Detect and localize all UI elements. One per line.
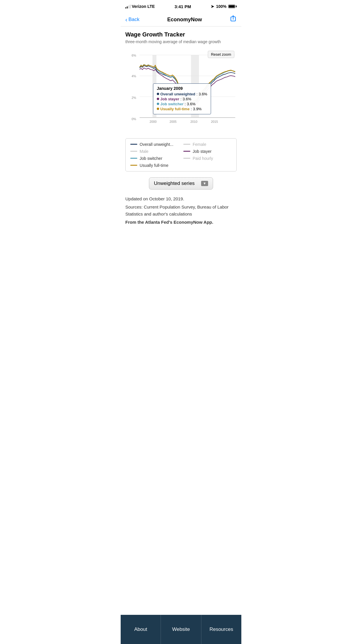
svg-text:2005: 2005: [170, 120, 177, 123]
battery-percentage: 100%: [216, 4, 226, 9]
legend-item-job-switcher[interactable]: Job switcher: [130, 156, 179, 161]
legend-line-paid-hourly: [183, 158, 190, 159]
tooltip-row-stayer: Job stayer: 3.6%: [157, 97, 207, 101]
switcher-value: 3.6%: [187, 102, 196, 106]
dropdown-label: Unweighted series: [154, 181, 195, 186]
signal-bar-2: [127, 6, 128, 8]
legend-line-job-switcher: [130, 158, 137, 159]
fulltime-value: 3.9%: [193, 107, 202, 111]
fulltime-dot: [157, 108, 159, 110]
tooltip-row-switcher: Job switcher: 3.6%: [157, 102, 207, 106]
legend-label-female: Female: [193, 142, 206, 147]
signal-bars: [125, 4, 131, 8]
legend-item-male[interactable]: Male: [130, 149, 179, 154]
chart-subtitle: three-month moving average of median wag…: [125, 39, 237, 45]
legend-item-usually-fulltime[interactable]: Usually full-time: [130, 163, 179, 168]
chart-container: Reset zoom 6% 4% 2% 0% 2000 2005 2010 20…: [125, 48, 237, 136]
legend-label-paid-hourly: Paid hourly: [193, 156, 213, 161]
bottom-spacer: [125, 227, 237, 259]
chart-tooltip: January 2009 Overall unweighted: 3.6% Jo…: [153, 83, 211, 114]
svg-text:4%: 4%: [132, 74, 136, 78]
page-title: EconomyNow: [167, 17, 202, 23]
nav-bar: ‹ Back EconomyNow: [121, 13, 241, 27]
legend-line-overall: [130, 144, 137, 145]
legend-item-overall[interactable]: Overall unweight...: [130, 142, 179, 147]
overall-dot: [157, 93, 159, 95]
legend-label-job-switcher: Job switcher: [140, 156, 162, 161]
signal-bar-3: [128, 6, 129, 8]
svg-text:2010: 2010: [190, 120, 197, 123]
legend-item-job-stayer[interactable]: Job stayer: [183, 149, 232, 154]
svg-text:6%: 6%: [132, 53, 136, 57]
overall-label: Overall unweighted: [160, 92, 195, 96]
svg-text:2015: 2015: [211, 120, 218, 123]
switcher-colon: :: [184, 102, 186, 106]
legend-label-male: Male: [140, 149, 148, 154]
fulltime-colon: :: [191, 107, 192, 111]
attribution-text: From the Atlanta Fed's EconomyNow App.: [125, 219, 237, 226]
signal-bar-4: [130, 5, 131, 8]
svg-text:0%: 0%: [132, 117, 136, 121]
series-dropdown[interactable]: Unweighted series ▼: [149, 177, 213, 190]
status-bar: Verizon LTE 3:41 PM ➤ 100%: [121, 0, 241, 13]
legend-label-job-stayer: Job stayer: [193, 149, 212, 154]
legend-item-paid-hourly[interactable]: Paid hourly: [183, 156, 232, 161]
stayer-label: Job stayer: [160, 97, 179, 101]
share-button[interactable]: [230, 15, 237, 24]
stayer-dot: [157, 98, 159, 100]
reset-zoom-button[interactable]: Reset zoom: [208, 51, 234, 58]
legend-line-job-stayer: [183, 151, 190, 152]
legend-label-overall: Overall unweight...: [140, 142, 173, 147]
switcher-dot: [157, 103, 159, 105]
location-icon: ➤: [211, 4, 214, 9]
legend-label-usually-fulltime: Usually full-time: [140, 163, 168, 168]
back-chevron-icon: ‹: [125, 16, 127, 23]
tooltip-date: January 2009: [157, 86, 207, 91]
switcher-label: Job switcher: [160, 102, 183, 106]
carrier-label: Verizon: [132, 4, 146, 9]
back-button[interactable]: ‹ Back: [125, 16, 139, 23]
status-left: Verizon LTE: [125, 4, 155, 9]
overall-colon: :: [196, 92, 198, 96]
signal-bar-1: [125, 7, 126, 8]
svg-text:2%: 2%: [132, 96, 136, 99]
status-time: 3:41 PM: [175, 4, 191, 9]
legend-line-male: [130, 151, 137, 152]
stayer-colon: :: [180, 97, 182, 101]
dropdown-arrow-icon: ▼: [201, 181, 208, 186]
back-label: Back: [129, 17, 140, 22]
legend-item-female[interactable]: Female: [183, 142, 232, 147]
overall-value: 3.6%: [199, 92, 208, 96]
svg-text:2000: 2000: [150, 120, 157, 123]
status-right: ➤ 100%: [211, 4, 237, 9]
sources-text: Sources: Current Population Survey, Bure…: [125, 204, 237, 218]
updated-text: Updated on October 10, 2019.: [125, 195, 237, 202]
network-label: LTE: [147, 4, 155, 9]
legend-line-female: [183, 144, 190, 145]
battery-indicator: [228, 5, 237, 8]
stayer-value: 3.6%: [183, 97, 191, 101]
legend-line-usually-fulltime: [130, 165, 137, 166]
fulltime-label: Usually full-time: [160, 107, 189, 111]
main-content: Wage Growth Tracker three-month moving a…: [121, 27, 241, 264]
dropdown-container: Unweighted series ▼: [125, 177, 237, 190]
chart-title: Wage Growth Tracker: [125, 31, 237, 38]
chart-legend: Overall unweight... Female Male Job stay…: [125, 138, 237, 172]
tooltip-row-fulltime: Usually full-time: 3.9%: [157, 107, 207, 111]
tooltip-row-overall: Overall unweighted: 3.6%: [157, 92, 207, 96]
